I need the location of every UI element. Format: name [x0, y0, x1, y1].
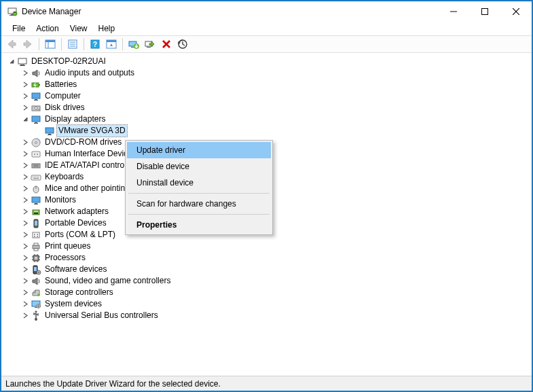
properties-button[interactable]: [65, 37, 80, 52]
tree-label: Storage controllers: [43, 287, 115, 298]
expand-icon[interactable]: [20, 149, 30, 159]
ctx-properties[interactable]: Properties: [127, 217, 271, 233]
toolbar-separator: [39, 38, 39, 50]
expand-icon[interactable]: [20, 115, 30, 124]
svg-text:?: ?: [93, 41, 97, 48]
expand-icon[interactable]: [20, 92, 30, 101]
window-title: Device Manager: [22, 7, 438, 16]
cpu-icon: [31, 253, 41, 264]
status-bar: Launches the Update Driver Wizard for th…: [1, 376, 532, 391]
tree-category[interactable]: Processors: [1, 252, 532, 264]
tree-category[interactable]: Universal Serial Bus controllers: [1, 310, 532, 321]
monitor-icon: [31, 195, 41, 206]
svg-rect-4: [14, 12, 16, 13]
expand-icon[interactable]: [20, 138, 30, 147]
close-button[interactable]: [500, 1, 532, 22]
tree-category[interactable]: Disk drives: [1, 102, 532, 113]
tree-label: Computer: [43, 90, 82, 102]
menu-view[interactable]: View: [65, 22, 93, 35]
ctx-uninstall-device[interactable]: Uninstall device: [127, 175, 271, 191]
tree-category[interactable]: System devices: [1, 298, 532, 310]
update-driver-button[interactable]: [126, 37, 141, 52]
help-button[interactable]: ?: [88, 37, 103, 52]
tree-label: Ports (COM & LPT): [43, 229, 117, 240]
monitor-icon: [31, 91, 41, 102]
expand-icon[interactable]: [20, 265, 30, 274]
expand-icon[interactable]: [20, 230, 30, 240]
expand-icon[interactable]: [20, 173, 30, 182]
title-bar: Device Manager: [1, 1, 532, 22]
expand-icon[interactable]: [20, 207, 30, 217]
svg-point-3: [13, 12, 17, 16]
expand-icon[interactable]: [20, 288, 30, 298]
expand-icon[interactable]: [20, 300, 30, 309]
toolbar-separator: [61, 38, 62, 50]
tree-category[interactable]: Batteries: [1, 79, 532, 90]
uninstall-button[interactable]: [159, 37, 174, 52]
tree-label: Disk drives: [43, 102, 86, 113]
speaker-icon: [31, 276, 41, 287]
ctx-disable-device[interactable]: Disable device: [127, 158, 271, 175]
svg-rect-10: [45, 40, 55, 42]
menu-file[interactable]: File: [7, 22, 31, 35]
expand-icon[interactable]: [20, 161, 30, 171]
software-icon: [31, 264, 41, 275]
ctx-separator: [128, 193, 270, 194]
back-button: [4, 37, 19, 52]
monitor-icon: [31, 114, 41, 125]
ctx-separator: [128, 214, 270, 215]
expand-icon[interactable]: [7, 57, 16, 67]
minimize-button[interactable]: [438, 1, 469, 22]
enable-button[interactable]: [143, 37, 158, 52]
maximize-button[interactable]: [469, 1, 500, 22]
speaker-icon: [31, 68, 41, 79]
app-icon: [7, 6, 18, 17]
show-hidden-button[interactable]: [43, 37, 58, 52]
expand-icon[interactable]: [20, 277, 30, 286]
tree-category[interactable]: Audio inputs and outputs: [1, 67, 532, 79]
tree-label: Print queues: [43, 240, 92, 252]
ctx-scan-hardware[interactable]: Scan for hardware changes: [127, 196, 271, 212]
tree-label: DESKTOP-02R2UAI: [30, 56, 107, 67]
expand-icon[interactable]: [20, 103, 30, 113]
status-text: Launches the Update Driver Wizard for th…: [5, 379, 221, 389]
computer-icon: [17, 56, 28, 67]
tree-label: Keyboards: [43, 171, 85, 183]
tree-category[interactable]: Display adapters: [1, 113, 532, 125]
expand-icon[interactable]: [20, 196, 30, 205]
system-icon: [31, 299, 41, 310]
expand-icon[interactable]: [20, 311, 30, 321]
tree-label: Portable Devices: [43, 217, 108, 229]
svg-rect-19: [107, 40, 116, 42]
menu-action[interactable]: Action: [31, 22, 64, 35]
tree-label: Software devices: [43, 264, 108, 275]
ctx-update-driver[interactable]: Update driver: [127, 142, 271, 158]
scan-hardware-button[interactable]: [175, 37, 190, 52]
usb-icon: [31, 310, 41, 321]
tree-label: Audio inputs and outputs: [43, 67, 136, 79]
expand-icon[interactable]: [20, 219, 30, 228]
expand-icon[interactable]: [20, 80, 30, 90]
tree-category[interactable]: Sound, video and game controllers: [1, 275, 532, 287]
expand-icon[interactable]: [20, 253, 30, 263]
disk-icon: [31, 103, 41, 113]
action-button[interactable]: [104, 37, 119, 52]
tree-label: System devices: [43, 298, 103, 310]
forward-button: [20, 37, 35, 52]
expand-icon[interactable]: [20, 69, 30, 78]
toolbar-separator: [122, 38, 123, 50]
tree-label: DVD/CD-ROM drives: [43, 137, 123, 148]
portable-icon: [31, 218, 41, 229]
expand-icon[interactable]: [20, 184, 30, 194]
tree-device[interactable]: VMware SVGA 3D: [1, 125, 532, 137]
tree-root[interactable]: DESKTOP-02R2UAI: [1, 56, 532, 67]
tree-category[interactable]: Print queues: [1, 240, 532, 252]
menu-help[interactable]: Help: [93, 22, 121, 35]
tree-label: Network adapters: [43, 206, 110, 217]
tree-category[interactable]: Storage controllers: [1, 287, 532, 298]
tree-category[interactable]: Computer: [1, 90, 532, 102]
tree-label: Universal Serial Bus controllers: [43, 310, 160, 321]
tree-label: Human Interface Devices: [43, 148, 138, 160]
expand-icon[interactable]: [20, 242, 30, 251]
tree-category[interactable]: Software devices: [1, 264, 532, 275]
